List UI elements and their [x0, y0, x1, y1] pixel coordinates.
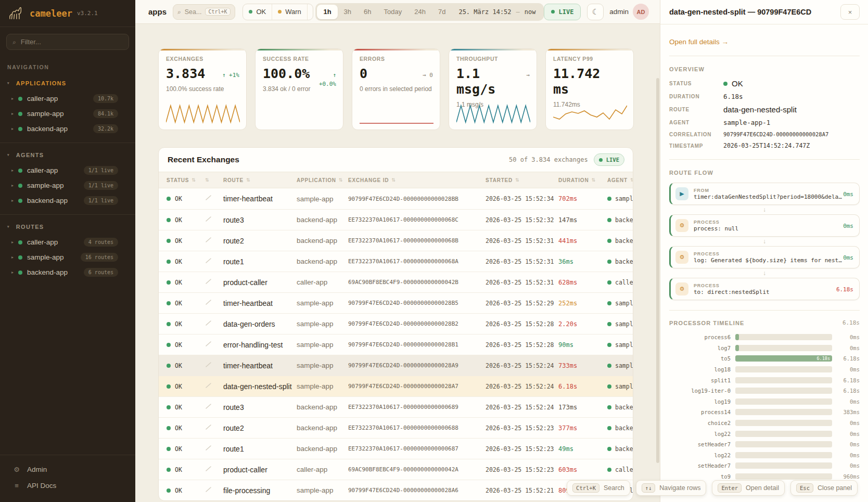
column-header-route[interactable]: ROUTE⇅ [223, 177, 297, 183]
time-range-today[interactable]: Today [378, 5, 409, 19]
column-label: STARTED [486, 177, 513, 183]
chevron-right-icon: ▸ [11, 183, 14, 188]
stat-delta: → 0 [423, 71, 433, 80]
sidebar-item-caller-app[interactable]: ▸caller-app4 routes [0, 235, 135, 250]
table-row[interactable]: OKproduct-callercaller-app69AC90BF8EBC4F… [159, 459, 633, 480]
exchange-id-cell: 69AC90BF8EBC4F9-000000000000042A [348, 466, 486, 473]
table-row[interactable]: OKfile-processingsample-app90799F47E6CD2… [159, 480, 633, 500]
column-label: STATUS [167, 177, 189, 183]
chevron-right-icon: ▸ [11, 198, 14, 203]
table-row[interactable]: OKdata-gen-nested-splitsample-app90799F4… [159, 376, 633, 396]
table-row[interactable]: OKtimer-heartbeatsample-app90799F47E6CD2… [159, 188, 633, 209]
shortcut-label: Navigate rows [659, 484, 700, 492]
sidebar-item-sample-app[interactable]: ▸sample-app84.1k [0, 106, 135, 121]
table-row[interactable]: OKroute3backend-appEE7322370A10617-00000… [159, 209, 633, 230]
chevron-right-icon: ▸ [11, 126, 14, 131]
time-range-24h[interactable]: 24h [408, 5, 432, 19]
status-label: OK [175, 300, 182, 307]
timeline-row[interactable]: log190ms [669, 396, 860, 407]
timeline-row[interactable]: setHeader70ms [669, 439, 860, 450]
started-cell: 2026-03-25 15:52:32 [486, 216, 558, 224]
sidebar-sections: ▾APPLICATIONS▸caller-app10.7k▸sample-app… [0, 74, 135, 280]
footer-item-admin[interactable]: ⚙Admin [0, 461, 135, 478]
processor-name: log22 [669, 431, 731, 437]
sidebar-section-header[interactable]: ▾AGENTS [0, 147, 135, 163]
sidebar-item-sample-app[interactable]: ▸sample-app1/1 live [0, 178, 135, 193]
timeline-row[interactable]: setHeader70ms [669, 460, 860, 471]
sidebar-filter-input[interactable]: ⌕ Filter... [6, 34, 129, 50]
time-range-3h[interactable]: 3h [338, 5, 358, 19]
route-flow-step[interactable]: ⚙PROCESSprocess: null0ms [669, 214, 860, 237]
main-scrollbar[interactable] [656, 78, 659, 463]
stat-value: 100.0% [263, 66, 321, 82]
footer-item-api-docs[interactable]: ≡API Docs [0, 478, 135, 494]
status-filter-e[interactable]: E [308, 4, 314, 20]
table-row[interactable]: OKtimer-heartbeatsample-app90799F47E6CD2… [159, 292, 633, 313]
sidebar-section-header[interactable]: ▾ROUTES [0, 219, 135, 235]
agent-cell: sample [607, 341, 633, 349]
timeline-row[interactable]: log180ms [669, 364, 860, 375]
status-filter-warn[interactable]: Warn [272, 4, 308, 20]
table-row[interactable]: OKdata-gen-orderssample-app90799F47E6CD2… [159, 313, 633, 334]
route-flow-step[interactable]: ⚙PROCESSlog: Generated ${body.size} item… [669, 246, 860, 268]
column-header-trend[interactable]: ⇅ [205, 177, 223, 183]
column-header-started[interactable]: STARTED⇅ [486, 177, 558, 183]
table-row[interactable]: OKtimer-heartbeatsample-app90799F47E6CD2… [159, 355, 633, 376]
table-row[interactable]: OKroute1backend-appEE7322370A10617-00000… [159, 251, 633, 272]
timeline-row[interactable]: log220ms [669, 450, 860, 461]
timeline-row[interactable]: to56.18s6.18s [669, 353, 860, 364]
agent-label: backen [615, 216, 633, 224]
timeline-row[interactable]: split16.18s [669, 375, 860, 385]
kbd-chip: ↑↓ [642, 483, 656, 493]
table-row[interactable]: OKroute2backend-appEE7322370A10617-00000… [159, 230, 633, 251]
route-flow-step[interactable]: ⚙PROCESSto: direct:nestedSplit6.18s [669, 278, 860, 300]
agent-label: sample [615, 300, 633, 307]
processor-duration: 6.18s [837, 355, 860, 362]
column-header-application[interactable]: APPLICATION⇅ [297, 177, 348, 183]
column-header-duration[interactable]: DURATION⇅ [558, 177, 607, 183]
sidebar-item-caller-app[interactable]: ▸caller-app1/1 live [0, 163, 135, 178]
time-range-6h[interactable]: 6h [358, 5, 377, 19]
column-header-exchange-id[interactable]: EXCHANGE ID⇅ [348, 177, 486, 183]
sidebar-item-backend-app[interactable]: ▸backend-app1/1 live [0, 193, 135, 208]
status-cell: OK [167, 383, 205, 390]
timeline-row[interactable]: process60ms [669, 332, 860, 343]
divider [669, 56, 860, 56]
table-row[interactable]: OKroute3backend-appEE7322370A10617-00000… [159, 396, 633, 417]
search-input[interactable]: ⌕ Sea... Ctrl+K [173, 4, 235, 20]
table-row[interactable]: OKroute1backend-appEE7322370A10617-00000… [159, 438, 633, 459]
trend-icon [205, 340, 212, 347]
sparkline-chart [553, 102, 626, 125]
timeline-row[interactable]: choice20ms [669, 418, 860, 429]
sidebar-item-caller-app[interactable]: ▸caller-app10.7k [0, 91, 135, 106]
avatar[interactable]: AD [633, 4, 649, 20]
timeline-row[interactable]: log70ms [669, 343, 860, 354]
sidebar-item-backend-app[interactable]: ▸backend-app6 routes [0, 265, 135, 280]
status-dot-icon [18, 199, 22, 203]
open-full-details-link[interactable]: Open full details → [669, 38, 860, 46]
time-range-7d[interactable]: 7d [432, 5, 452, 19]
column-header-agent[interactable]: AGENT⇅ [607, 177, 633, 183]
status-filter-ok[interactable]: OK [243, 4, 272, 20]
table-row[interactable]: OKproduct-callercaller-app69AC90BF8EBC4F… [159, 272, 633, 292]
route-flow-step[interactable]: ▶FROMtimer:dataGenNestedSplit?period=180… [669, 183, 860, 205]
sidebar-item-sample-app[interactable]: ▸sample-app16 routes [0, 250, 135, 265]
sidebar-item-backend-app[interactable]: ▸backend-app32.2k [0, 121, 135, 136]
timeline-row[interactable]: log19-iter-06.18s [669, 385, 860, 396]
dark-mode-toggle[interactable]: ☾ [587, 4, 604, 20]
date-range[interactable]: 25. März 14:52—now [452, 8, 542, 16]
table-row[interactable]: OKerror-handling-testsample-app90799F47E… [159, 334, 633, 355]
table-row[interactable]: OKroute2backend-appEE7322370A10617-00000… [159, 417, 633, 438]
time-range-1h[interactable]: 1h [317, 5, 337, 19]
processor-duration: 0ms [837, 441, 860, 447]
timeline-row[interactable]: process14383ms [669, 407, 860, 418]
shortcut-label: Close panel [818, 484, 852, 492]
sidebar-section-header[interactable]: ▾APPLICATIONS [0, 75, 135, 91]
agent-cell: sample [607, 320, 633, 328]
column-header-status[interactable]: STATUS⇅ [167, 177, 205, 183]
close-button[interactable]: × [840, 4, 860, 20]
timeline-row[interactable]: log220ms [669, 428, 860, 439]
table-title: Recent Exchanges [168, 155, 239, 164]
kbd-chip: Enter [718, 483, 742, 493]
live-badge[interactable]: LIVE [544, 4, 581, 20]
